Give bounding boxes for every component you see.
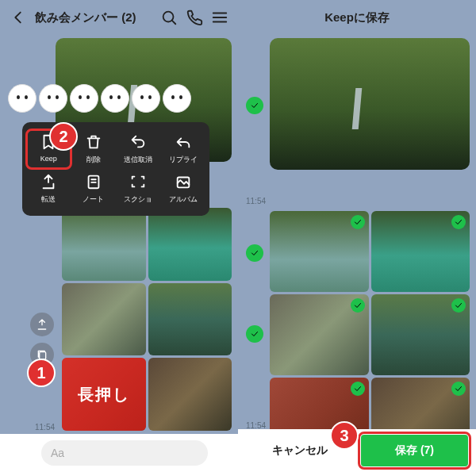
- chat-image-grid: 長押し: [62, 208, 232, 431]
- menu-album[interactable]: アルバム: [162, 170, 205, 208]
- menu-forward[interactable]: 転送: [27, 170, 71, 208]
- sticker-laugh[interactable]: [70, 84, 98, 113]
- check-2[interactable]: [451, 215, 466, 229]
- save-grid-4[interactable]: [371, 294, 470, 375]
- save-grid-1[interactable]: [270, 211, 369, 292]
- annotation-badge-2: 2: [49, 122, 78, 151]
- check-5[interactable]: [351, 382, 365, 396]
- input-bar: Aa: [0, 434, 238, 472]
- select-check-row1[interactable]: [246, 244, 263, 262]
- select-check-hero[interactable]: [246, 97, 263, 114]
- menu-icon[interactable]: [211, 9, 228, 26]
- sticker-grin[interactable]: [163, 84, 191, 113]
- undo-icon: [129, 133, 147, 151]
- chat-header: 飲み会メンバー (2): [0, 0, 238, 35]
- sticker-row: [8, 84, 191, 113]
- annotation-badge-3: 3: [330, 421, 359, 450]
- save-image-main[interactable]: [270, 38, 470, 170]
- timestamp: 11:54: [35, 423, 55, 432]
- menu-reply[interactable]: リプライ: [162, 130, 205, 168]
- keep-save-screen: Keepに保存 11:54 11:54 キャンセル 保存 (7) 3: [238, 0, 476, 472]
- timestamp-hero: 11:54: [246, 197, 266, 428]
- check-6[interactable]: [451, 382, 466, 396]
- save-body: 11:54 11:54: [238, 38, 476, 432]
- trash-icon: [85, 133, 102, 151]
- save-header: Keepに保存: [238, 0, 476, 35]
- check-1[interactable]: [351, 215, 365, 229]
- grid-image-5[interactable]: 長押し: [62, 358, 146, 431]
- select-check-row2[interactable]: [246, 325, 263, 343]
- grid-image-4[interactable]: [148, 283, 232, 356]
- grid-image-2[interactable]: [148, 208, 232, 281]
- screenshot-icon: [129, 173, 147, 190]
- message-input[interactable]: Aa: [41, 440, 208, 466]
- sticker-thumbsup[interactable]: [8, 84, 36, 113]
- back-icon[interactable]: [10, 9, 27, 26]
- save-grid-3[interactable]: [270, 294, 369, 375]
- menu-unsend[interactable]: 送信取消: [117, 130, 160, 168]
- save-image-grid: [270, 211, 470, 459]
- menu-note[interactable]: ノート: [72, 170, 116, 208]
- sticker-sad[interactable]: [132, 84, 160, 113]
- save-grid-2[interactable]: [371, 211, 470, 292]
- call-icon[interactable]: [186, 9, 203, 26]
- check-3[interactable]: [351, 298, 365, 313]
- share-icon: [40, 173, 57, 190]
- share-button[interactable]: [30, 313, 54, 336]
- menu-screenshot[interactable]: スクショ: [117, 170, 160, 208]
- sticker-hearteyes[interactable]: [39, 84, 67, 113]
- album-icon: [175, 173, 192, 190]
- menu-delete[interactable]: 削除: [72, 130, 116, 168]
- grid-image-3[interactable]: [62, 283, 146, 356]
- sticker-surprised[interactable]: [101, 84, 129, 113]
- save-title: Keepに保存: [324, 10, 390, 25]
- chat-title: 飲み会メンバー (2): [35, 10, 152, 25]
- grid-image-1[interactable]: [62, 208, 146, 281]
- save-button[interactable]: 保存 (7): [361, 435, 468, 466]
- search-icon[interactable]: [160, 9, 178, 26]
- note-icon: [85, 173, 102, 190]
- check-4[interactable]: [451, 298, 466, 313]
- annotation-badge-1: 1: [27, 359, 56, 387]
- reply-icon: [175, 133, 192, 151]
- grid-image-6[interactable]: [148, 358, 232, 431]
- longpress-overlay: 長押し: [62, 358, 146, 431]
- chat-screen: 飲み会メンバー (2) Keep 削除 送信取消 リプライ 転送 ノート スクシ…: [0, 0, 238, 472]
